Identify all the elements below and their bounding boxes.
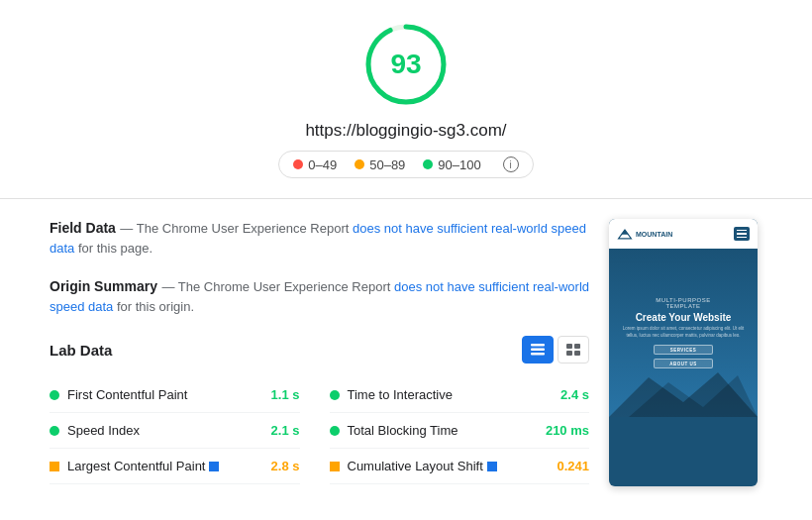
preview-logo-text: MOUNTAIN bbox=[636, 231, 672, 238]
svg-rect-4 bbox=[531, 353, 545, 356]
lab-data-header: Lab Data bbox=[50, 336, 589, 364]
fcp-value: 1.1 s bbox=[246, 387, 300, 402]
preview-body: Lorem ipsum dolor sit amet, consectetur … bbox=[617, 326, 750, 340]
lcp-value: 2.8 s bbox=[246, 459, 300, 473]
score-ring: 93 bbox=[361, 20, 451, 109]
preview-navbar: MOUNTAIN bbox=[609, 219, 758, 249]
field-data-title: Field Data bbox=[50, 220, 116, 236]
metrics-col-right: Time to Interactive 2.4 s Total Blocking… bbox=[320, 377, 590, 484]
svg-rect-3 bbox=[531, 349, 545, 352]
metric-row-lcp: Largest Contentful Paint 2.8 s bbox=[50, 449, 300, 484]
svg-rect-7 bbox=[566, 351, 572, 356]
svg-rect-8 bbox=[574, 351, 580, 356]
preview-services-btn[interactable]: SERVICES bbox=[654, 345, 713, 355]
tbt-value: 210 ms bbox=[535, 423, 589, 438]
metric-row-fcp: First Contentful Paint 1.1 s bbox=[50, 377, 300, 413]
preview-buttons: SERVICES ABOUT US bbox=[654, 345, 713, 368]
info-icon[interactable]: i bbox=[503, 156, 519, 172]
tbt-indicator bbox=[330, 426, 340, 436]
field-data-dash: — bbox=[120, 221, 136, 236]
score-legend: 0–49 50–89 90–100 i bbox=[278, 151, 533, 178]
hamburger-line-2 bbox=[737, 233, 747, 235]
si-indicator bbox=[50, 426, 59, 436]
legend-item-green: 90–100 bbox=[423, 157, 480, 172]
preview-title: Create Your Website bbox=[636, 312, 732, 323]
metric-row-tti: Time to Interactive 2.4 s bbox=[330, 377, 590, 413]
si-name: Speed Index bbox=[67, 423, 238, 438]
legend-label-green: 90–100 bbox=[438, 157, 480, 172]
hamburger-line-3 bbox=[737, 237, 747, 239]
origin-summary-dash: — bbox=[161, 279, 177, 294]
cls-value: 0.241 bbox=[535, 459, 589, 473]
origin-summary-title: Origin Summary bbox=[50, 278, 157, 294]
tti-value: 2.4 s bbox=[535, 387, 589, 402]
svg-rect-5 bbox=[566, 344, 572, 349]
lab-data-title: Lab Data bbox=[50, 342, 112, 359]
metric-row-si: Speed Index 2.1 s bbox=[50, 413, 300, 449]
tbt-name: Total Blocking Time bbox=[348, 423, 528, 438]
main-content: Field Data — The Chrome User Experience … bbox=[0, 199, 812, 506]
website-preview: MOUNTAIN multi-purposetemplate Create Yo… bbox=[609, 219, 758, 486]
origin-summary-section: Origin Summary — The Chrome User Experie… bbox=[50, 277, 589, 316]
metrics-col-left: First Contentful Paint 1.1 s Speed Index… bbox=[50, 377, 320, 484]
legend-label-orange: 50–89 bbox=[369, 157, 405, 172]
performance-score-section: 93 https://bloggingio-sg3.com/ 0–49 50–8… bbox=[0, 0, 812, 193]
metrics-grid: First Contentful Paint 1.1 s Speed Index… bbox=[50, 377, 589, 484]
orange-dot bbox=[355, 159, 364, 169]
legend-label-red: 0–49 bbox=[308, 157, 337, 172]
preview-subtitle: multi-purposetemplate bbox=[656, 297, 710, 309]
field-data-section: Field Data — The Chrome User Experience … bbox=[50, 219, 589, 258]
svg-marker-10 bbox=[621, 230, 629, 235]
cls-name: Cumulative Layout Shift bbox=[348, 459, 528, 473]
preview-logo: MOUNTAIN bbox=[617, 228, 672, 240]
fcp-name: First Contentful Paint bbox=[67, 387, 238, 402]
legend-item-red: 0–49 bbox=[293, 157, 337, 172]
legend-item-orange: 50–89 bbox=[355, 157, 405, 172]
metric-row-tbt: Total Blocking Time 210 ms bbox=[330, 413, 590, 449]
green-dot bbox=[423, 159, 433, 169]
preview-hamburger[interactable] bbox=[734, 227, 750, 242]
lcp-info-icon[interactable] bbox=[209, 462, 219, 471]
metric-row-cls: Cumulative Layout Shift 0.241 bbox=[330, 449, 590, 484]
lcp-indicator bbox=[50, 462, 59, 471]
score-value: 93 bbox=[390, 49, 421, 80]
svg-rect-2 bbox=[531, 344, 545, 347]
view-toggle bbox=[522, 336, 589, 364]
svg-rect-6 bbox=[574, 344, 580, 349]
cls-info-icon[interactable] bbox=[487, 462, 497, 471]
tti-indicator bbox=[330, 390, 340, 400]
preview-hero: multi-purposetemplate Create Your Websit… bbox=[609, 249, 758, 417]
site-url: https://bloggingio-sg3.com/ bbox=[305, 121, 506, 141]
left-panel: Field Data — The Chrome User Experience … bbox=[50, 219, 589, 486]
si-value: 2.1 s bbox=[246, 423, 300, 438]
list-view-button[interactable] bbox=[522, 336, 554, 364]
fcp-indicator bbox=[50, 390, 59, 400]
red-dot bbox=[293, 159, 303, 169]
lcp-name: Largest Contentful Paint bbox=[67, 459, 238, 473]
hamburger-line-1 bbox=[737, 230, 747, 232]
grid-view-button[interactable] bbox=[558, 336, 589, 364]
preview-about-btn[interactable]: ABOUT US bbox=[654, 359, 713, 368]
right-panel: MOUNTAIN multi-purposetemplate Create Yo… bbox=[609, 219, 762, 486]
cls-indicator bbox=[330, 462, 340, 471]
tti-name: Time to Interactive bbox=[348, 387, 528, 402]
